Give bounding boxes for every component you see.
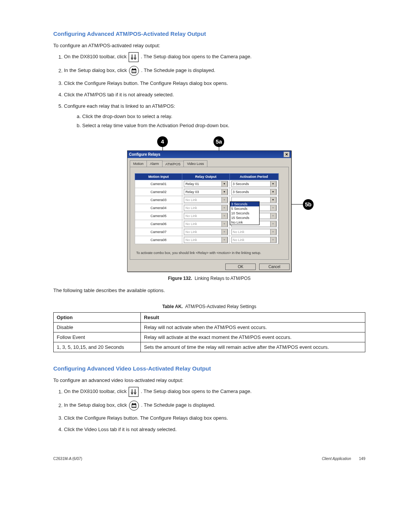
page-footer: C2631M-A (6/07) Client Application 149	[53, 457, 365, 461]
period-dropdown[interactable]: 3 Seconds▼	[231, 181, 277, 187]
table-row: Camera02 Relay 03▼ 3 Seconds▼	[135, 188, 279, 196]
svg-rect-8	[132, 403, 133, 404]
scrollbar[interactable]	[279, 173, 284, 244]
heading-atmpos: Configuring Advanced ATM/POS-Activated R…	[53, 30, 365, 37]
figure-caption: Figure 132. Linking Relays to ATM/POS	[53, 276, 365, 281]
intro-videoloss: To configure an advanced video loss-acti…	[53, 377, 365, 384]
table-row: Camera03 No Link▼ ▼ 3 Seconds 5 Seconds …	[135, 196, 279, 204]
step-1: On the DX8100 toolbar, click . The Setup…	[64, 52, 365, 62]
svg-rect-3	[132, 69, 133, 70]
col-motion-input: Motion Input	[135, 173, 182, 180]
svg-text:1: 1	[133, 404, 135, 408]
step-5: Configure each relay that is linked to a…	[64, 102, 365, 129]
steps-videoloss: On the DX8100 toolbar, click . The Setup…	[53, 387, 365, 433]
step-3: Click the Configure Relays button. The C…	[64, 414, 365, 422]
tab-alarm[interactable]: Alarm	[147, 160, 162, 167]
callout-4: 4	[157, 136, 168, 147]
schedule-icon: 1	[129, 66, 139, 76]
col-relay-output: Relay Output	[182, 173, 229, 180]
period-dropdown-open[interactable]: 3 Seconds 5 Seconds 10 Seconds 15 Second…	[230, 201, 260, 225]
dialog-hint: To activate combo box, you should link <…	[135, 244, 284, 256]
col-result: Result	[141, 313, 365, 323]
step-5a: Click the drop-down box to select a rela…	[82, 113, 365, 120]
step-2: In the Setup dialog box, click 1 . The S…	[64, 401, 365, 411]
tab-motion[interactable]: Motion	[130, 160, 147, 167]
configure-relays-dialog: Configure Relays ✕ Motion Alarm ATM/POS …	[127, 150, 292, 272]
table-row: Camera07 No Link▼ No Link▼	[135, 228, 279, 236]
svg-text:1: 1	[133, 70, 135, 73]
table-caption: Table AK. ATM/POS-Activated Relay Settin…	[53, 304, 365, 309]
chevron-down-icon[interactable]: ▼	[221, 181, 228, 187]
close-icon[interactable]: ✕	[284, 152, 290, 157]
step-4: Click the Video Loss tab if it is not al…	[64, 426, 365, 433]
footer-section: Client Application	[322, 457, 351, 461]
heading-videoloss: Configuring Advanced Video Loss-Activate…	[53, 365, 365, 372]
intro-atmpos: To configure an ATM/POS-activated relay …	[53, 42, 365, 49]
chevron-down-icon[interactable]: ▼	[270, 181, 276, 187]
svg-rect-4	[135, 69, 135, 70]
ok-button[interactable]: OK	[225, 264, 256, 270]
dialog-title: Configure Relays	[129, 152, 160, 157]
callout-5a: 5a	[213, 136, 224, 147]
step-2: In the Setup dialog box, click 1 . The S…	[64, 66, 365, 76]
schedule-icon: 1	[129, 401, 139, 411]
relay-table: Motion Input Relay Output Activation Per…	[135, 173, 279, 244]
relay-dropdown[interactable]: Relay 01▼	[184, 181, 228, 187]
step-1: On the DX8100 toolbar, click . The Setup…	[64, 387, 365, 397]
steps-atmpos: On the DX8100 toolbar, click . The Setup…	[53, 52, 365, 129]
tab-atmpos[interactable]: ATM/POS	[162, 161, 184, 167]
setup-icon	[129, 52, 139, 62]
page-number: 149	[359, 457, 365, 461]
step-5b: Select a relay time value from the Activ…	[82, 122, 365, 129]
tab-videoloss[interactable]: Video Loss	[183, 160, 207, 167]
table-row: 1, 3, 5, 10,15, and 20 Seconds Sets the …	[54, 342, 365, 352]
setup-icon	[129, 387, 139, 397]
after-figure-text: The following table describes the availa…	[53, 287, 365, 294]
col-activation-period: Activation Period	[229, 173, 278, 180]
table-row: Camera08 No Link▼ No Link▼	[135, 236, 279, 244]
step-4: Click the ATM/POS tab if it is not alrea…	[64, 91, 365, 99]
table-row: Follow Event Relay will activate at the …	[54, 332, 365, 342]
footer-doc-id: C2631M-A (6/07)	[53, 457, 82, 461]
settings-table: Option Result Disable Relay will not act…	[53, 312, 365, 352]
svg-rect-9	[135, 403, 135, 404]
col-option: Option	[54, 313, 141, 323]
table-row: Camera01 Relay 01▼ 3 Seconds▼	[135, 180, 279, 188]
table-row: Disable Relay will not activate when the…	[54, 323, 365, 332]
step-3: Click the Configure Relays button. The C…	[64, 80, 365, 87]
cancel-button[interactable]: Cancel	[259, 264, 290, 270]
callout-5b: 5b	[303, 199, 314, 210]
